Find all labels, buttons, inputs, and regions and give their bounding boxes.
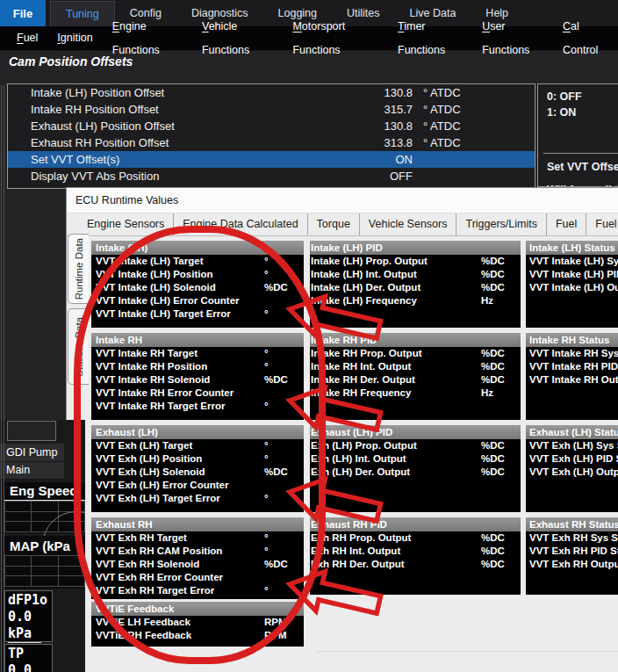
tab-engine-sensors[interactable]: Engine Sensors — [78, 213, 174, 235]
submenu-user-functions[interactable]: User Functions — [472, 15, 553, 62]
value-label: VVT Intake (LH) Error Counter — [96, 295, 240, 306]
value-unit: ° — [264, 545, 269, 558]
panel-intake-rh: Intake RHVVT Intake RH Target°VVT Intake… — [91, 333, 304, 420]
param-row-set-vvt-offset-s[interactable]: Set VVT Offset(s)ON — [8, 151, 535, 168]
menu-file[interactable]: File — [0, 0, 46, 26]
param-label: Display VVT Abs Position — [8, 170, 351, 183]
value-unit: ° — [264, 268, 269, 281]
tab-fuel[interactable]: Fuel — [547, 213, 586, 235]
value-row-intake-rh-int-output: Intake RH Int. Output%DC — [310, 360, 521, 373]
value-label: VVT Exh RH Output — [529, 559, 618, 569]
param-row-exhaust-lh-position-offset[interactable]: Exhaust (LH) Position Offset130.8° ATDC — [8, 118, 535, 134]
submenu-ignition[interactable]: Ignition — [47, 26, 102, 50]
submenu-timer-functions[interactable]: Timer Functions — [388, 15, 472, 62]
submenu-vehicle-functions[interactable]: Vehicle Functions — [192, 15, 283, 62]
value-row-vvt-exh-lh-position: VVT Exh (LH) Position° — [91, 452, 304, 466]
value-row-vvt-exh-rh-solenoid: VVT Exh RH Solenoid%DC — [91, 558, 304, 571]
panel-header: Exhaust (LH) — [91, 425, 304, 439]
panel-header: Intake RH PID — [310, 333, 521, 347]
tab-vehicle-sensors[interactable]: Vehicle Sensors — [360, 213, 457, 235]
panel-vvtie-feedback: VVTiE FeedbackVVTiE LH FeedbackRPMVVTiE … — [91, 602, 304, 647]
panel-header: Intake (LH) Status — [526, 241, 618, 255]
tp-label: TP — [8, 646, 52, 662]
side-tab-statistic-data[interactable]: Statistic Data — [68, 308, 89, 385]
tp-readout: TP 0.0 — [4, 644, 53, 672]
tab-fuel-2[interactable]: Fuel 2 — [586, 213, 618, 235]
value-label: VVT Exh RH PID Status — [529, 546, 618, 556]
value-row-vvt-intake-rh-sys-status: VVT Intake RH Sys Status — [526, 347, 618, 360]
panel-header: VVTiE Feedback — [91, 602, 304, 616]
param-row-intake-lh-position-offset[interactable]: Intake (LH) Position Offset130.8° ATDC — [8, 84, 535, 101]
value-row-intake-rh-frequency: Intake RH FrequencyHz — [310, 387, 521, 400]
param-value: 313.8 — [351, 136, 413, 149]
value-unit: RPM — [264, 629, 287, 642]
value-row-vvt-intake-lh-error-counter: VVT Intake (LH) Error Counter — [91, 294, 304, 307]
param-value: OFF — [351, 170, 413, 183]
dfp1o-value: 0.0 — [8, 609, 52, 625]
value-row-vvt-intake-rh-pid-status: VVT Intake RH PID Status — [526, 360, 618, 373]
value-row-vvt-exh-lh-pid-status: VVT Exh (LH) PID Status — [526, 452, 618, 466]
dock-item-main[interactable]: Main — [0, 462, 64, 480]
value-row-vvt-exh-lh-output: VVT Exh (LH) Output — [526, 466, 618, 479]
value-unit: %DC — [481, 281, 505, 294]
value-label: VVT Intake (LH) PID State — [529, 269, 618, 279]
value-row-vvt-exh-lh-error-counter: VVT Exh (LH) Error Counter — [91, 479, 304, 492]
dialog-bottom-line — [317, 651, 618, 652]
submenu-fuel[interactable]: Fuel — [7, 26, 47, 50]
panel-exhaust-lh-pid: Exhaust (LH) PIDExh (LH) Prop. Output%DC… — [310, 425, 521, 512]
value-label: VVT Exh (LH) Error Counter — [96, 480, 228, 490]
sidebar-remnant-box — [7, 421, 56, 441]
side-tab-runtime-data[interactable]: Runtime Data — [68, 234, 89, 304]
map-graph-title: MAP (kPa — [4, 536, 85, 555]
value-row-vvt-intake-lh-pid-state: VVT Intake (LH) PID State — [526, 268, 618, 281]
value-label: VVT Intake (LH) Solenoid — [96, 282, 216, 293]
value-unit: RPM — [264, 616, 287, 629]
value-label: VVT Intake RH PID Status — [529, 361, 618, 372]
param-row-intake-rh-position-offset[interactable]: Intake RH Position Offset315.7° ATDC — [8, 101, 535, 118]
param-label: Exhaust (LH) Position Offset — [8, 119, 351, 133]
value-row-intake-lh-frequency: Intake (LH) FrequencyHz — [310, 294, 521, 307]
param-label: Set VVT Offset(s) — [8, 153, 351, 166]
value-unit: %DC — [264, 558, 288, 571]
cam-offsets-table: Intake (LH) Position Offset130.8° ATDCIn… — [7, 83, 535, 189]
param-value: ON — [351, 153, 413, 166]
map-graph: MAP (kPa — [4, 536, 85, 589]
tab-torque[interactable]: Torque — [308, 213, 360, 235]
value-row-vvtie-lh-feedback: VVTiE LH FeedbackRPM — [91, 616, 304, 629]
panel-intake-rh-pid: Intake RH PIDIntake RH Prop. Output%DCIn… — [310, 333, 521, 420]
value-unit: %DC — [481, 439, 505, 452]
value-row-vvt-exh-lh-solenoid: VVT Exh (LH) Solenoid%DC — [91, 466, 304, 479]
panel-header: Exhaust RH PID — [310, 517, 521, 531]
eng-speed-graph-title: Eng Speed — [4, 482, 85, 501]
help-line-1: 1: ON — [547, 105, 618, 120]
value-row-vvt-intake-lh-sys-status: VVT Intake (LH) Sys Status — [526, 255, 618, 268]
tab-triggers-limits[interactable]: Triggers/Limits — [456, 213, 547, 235]
value-row-vvt-intake-rh-output: VVT Intake RH Output — [526, 373, 618, 387]
value-row-intake-lh-prop-output: Intake (LH) Prop. Output%DC — [310, 255, 521, 268]
value-label: Exh RH Int. Output — [311, 546, 400, 556]
value-row-exh-lh-int-output: Exh (LH) Int. Output%DC — [310, 452, 521, 466]
panel-header: Exhaust (LH) PID — [310, 425, 521, 439]
value-label: Intake RH Frequency — [311, 387, 411, 398]
help-divider — [543, 153, 618, 154]
tp-value: 0.0 — [8, 662, 52, 672]
value-label: VVT Exh RH Target Error — [96, 585, 214, 596]
value-label: VVT Intake (LH) Target — [96, 256, 203, 266]
value-label: VVT Intake RH Solenoid — [96, 374, 210, 385]
param-row-display-vvt-abs-position[interactable]: Display VVT Abs PositionOFF — [8, 168, 535, 184]
dialog-title: ECU Runtime Values — [75, 194, 178, 206]
dock-item-gdi-pump[interactable]: GDI Pump — [0, 444, 64, 462]
tab-engine-data-calculated[interactable]: Engine Data Calculated — [174, 213, 307, 235]
submenu-motorsport-functions[interactable]: Motorsport Functions — [283, 15, 388, 62]
value-label: VVT Exh RH CAM Position — [96, 546, 222, 556]
submenu-cal-control[interactable]: Cal Control — [553, 15, 618, 62]
panel-intake-lh: Intake (LH)VVT Intake (LH) Target°VVT In… — [91, 241, 304, 328]
value-unit: %DC — [264, 281, 288, 294]
dialog-titlebar[interactable]: ECU Runtime Values — [67, 188, 618, 213]
value-label: VVT Exh (LH) Output — [529, 466, 618, 477]
param-row-exhaust-rh-position-offset[interactable]: Exhaust RH Position Offset313.8° ATDC — [8, 134, 535, 151]
value-unit: ° — [264, 452, 269, 466]
value-row-exh-rh-der-output: Exh RH Der. Output%DC — [310, 558, 521, 571]
value-unit: %DC — [481, 466, 505, 479]
value-row-vvt-exh-rh-error-counter: VVT Exh RH Error Counter — [91, 571, 304, 584]
